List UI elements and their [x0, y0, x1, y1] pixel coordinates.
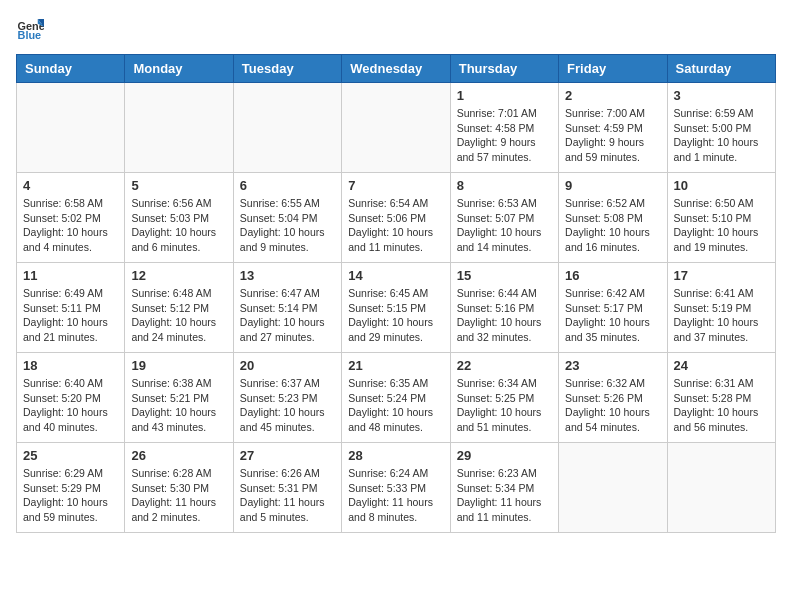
calendar-cell: 13Sunrise: 6:47 AMSunset: 5:14 PMDayligh… [233, 263, 341, 353]
calendar-cell: 5Sunrise: 6:56 AMSunset: 5:03 PMDaylight… [125, 173, 233, 263]
calendar-cell: 24Sunrise: 6:31 AMSunset: 5:28 PMDayligh… [667, 353, 775, 443]
day-info: Sunrise: 6:45 AMSunset: 5:15 PMDaylight:… [348, 286, 443, 345]
day-info: Sunrise: 6:28 AMSunset: 5:30 PMDaylight:… [131, 466, 226, 525]
day-info: Sunrise: 6:29 AMSunset: 5:29 PMDaylight:… [23, 466, 118, 525]
day-info: Sunrise: 6:35 AMSunset: 5:24 PMDaylight:… [348, 376, 443, 435]
calendar-cell [342, 83, 450, 173]
calendar-cell: 6Sunrise: 6:55 AMSunset: 5:04 PMDaylight… [233, 173, 341, 263]
calendar-cell: 20Sunrise: 6:37 AMSunset: 5:23 PMDayligh… [233, 353, 341, 443]
day-info: Sunrise: 6:49 AMSunset: 5:11 PMDaylight:… [23, 286, 118, 345]
day-number: 17 [674, 268, 769, 283]
day-number: 19 [131, 358, 226, 373]
calendar-cell: 28Sunrise: 6:24 AMSunset: 5:33 PMDayligh… [342, 443, 450, 533]
calendar-cell: 7Sunrise: 6:54 AMSunset: 5:06 PMDaylight… [342, 173, 450, 263]
calendar-cell [667, 443, 775, 533]
column-header-wednesday: Wednesday [342, 55, 450, 83]
day-info: Sunrise: 6:40 AMSunset: 5:20 PMDaylight:… [23, 376, 118, 435]
day-info: Sunrise: 6:47 AMSunset: 5:14 PMDaylight:… [240, 286, 335, 345]
header: General Blue [16, 16, 776, 44]
calendar-cell: 16Sunrise: 6:42 AMSunset: 5:17 PMDayligh… [559, 263, 667, 353]
day-info: Sunrise: 6:56 AMSunset: 5:03 PMDaylight:… [131, 196, 226, 255]
calendar-cell: 25Sunrise: 6:29 AMSunset: 5:29 PMDayligh… [17, 443, 125, 533]
day-number: 29 [457, 448, 552, 463]
calendar-cell: 8Sunrise: 6:53 AMSunset: 5:07 PMDaylight… [450, 173, 558, 263]
calendar-cell: 4Sunrise: 6:58 AMSunset: 5:02 PMDaylight… [17, 173, 125, 263]
calendar-week-1: 1Sunrise: 7:01 AMSunset: 4:58 PMDaylight… [17, 83, 776, 173]
day-number: 4 [23, 178, 118, 193]
calendar-cell: 2Sunrise: 7:00 AMSunset: 4:59 PMDaylight… [559, 83, 667, 173]
day-info: Sunrise: 6:59 AMSunset: 5:00 PMDaylight:… [674, 106, 769, 165]
day-info: Sunrise: 6:55 AMSunset: 5:04 PMDaylight:… [240, 196, 335, 255]
day-number: 27 [240, 448, 335, 463]
calendar-cell: 3Sunrise: 6:59 AMSunset: 5:00 PMDaylight… [667, 83, 775, 173]
calendar-cell: 1Sunrise: 7:01 AMSunset: 4:58 PMDaylight… [450, 83, 558, 173]
day-number: 2 [565, 88, 660, 103]
calendar-cell [125, 83, 233, 173]
day-info: Sunrise: 6:53 AMSunset: 5:07 PMDaylight:… [457, 196, 552, 255]
column-header-thursday: Thursday [450, 55, 558, 83]
day-number: 1 [457, 88, 552, 103]
calendar-week-5: 25Sunrise: 6:29 AMSunset: 5:29 PMDayligh… [17, 443, 776, 533]
calendar-cell: 19Sunrise: 6:38 AMSunset: 5:21 PMDayligh… [125, 353, 233, 443]
day-number: 3 [674, 88, 769, 103]
calendar-table: SundayMondayTuesdayWednesdayThursdayFrid… [16, 54, 776, 533]
calendar-cell: 15Sunrise: 6:44 AMSunset: 5:16 PMDayligh… [450, 263, 558, 353]
calendar-cell: 10Sunrise: 6:50 AMSunset: 5:10 PMDayligh… [667, 173, 775, 263]
day-info: Sunrise: 6:38 AMSunset: 5:21 PMDaylight:… [131, 376, 226, 435]
column-header-tuesday: Tuesday [233, 55, 341, 83]
column-header-saturday: Saturday [667, 55, 775, 83]
day-number: 12 [131, 268, 226, 283]
calendar-cell: 9Sunrise: 6:52 AMSunset: 5:08 PMDaylight… [559, 173, 667, 263]
day-info: Sunrise: 6:26 AMSunset: 5:31 PMDaylight:… [240, 466, 335, 525]
column-header-friday: Friday [559, 55, 667, 83]
day-number: 13 [240, 268, 335, 283]
calendar-cell [559, 443, 667, 533]
day-number: 11 [23, 268, 118, 283]
day-info: Sunrise: 7:01 AMSunset: 4:58 PMDaylight:… [457, 106, 552, 165]
day-info: Sunrise: 6:41 AMSunset: 5:19 PMDaylight:… [674, 286, 769, 345]
calendar-cell: 23Sunrise: 6:32 AMSunset: 5:26 PMDayligh… [559, 353, 667, 443]
day-info: Sunrise: 6:44 AMSunset: 5:16 PMDaylight:… [457, 286, 552, 345]
calendar-body: 1Sunrise: 7:01 AMSunset: 4:58 PMDaylight… [17, 83, 776, 533]
day-number: 23 [565, 358, 660, 373]
calendar-cell: 21Sunrise: 6:35 AMSunset: 5:24 PMDayligh… [342, 353, 450, 443]
calendar-cell: 27Sunrise: 6:26 AMSunset: 5:31 PMDayligh… [233, 443, 341, 533]
day-info: Sunrise: 6:31 AMSunset: 5:28 PMDaylight:… [674, 376, 769, 435]
day-number: 18 [23, 358, 118, 373]
calendar-cell: 17Sunrise: 6:41 AMSunset: 5:19 PMDayligh… [667, 263, 775, 353]
day-info: Sunrise: 6:58 AMSunset: 5:02 PMDaylight:… [23, 196, 118, 255]
day-number: 24 [674, 358, 769, 373]
day-number: 5 [131, 178, 226, 193]
calendar-cell [17, 83, 125, 173]
day-info: Sunrise: 6:52 AMSunset: 5:08 PMDaylight:… [565, 196, 660, 255]
day-info: Sunrise: 6:42 AMSunset: 5:17 PMDaylight:… [565, 286, 660, 345]
day-number: 16 [565, 268, 660, 283]
column-header-sunday: Sunday [17, 55, 125, 83]
day-info: Sunrise: 6:54 AMSunset: 5:06 PMDaylight:… [348, 196, 443, 255]
logo-icon: General Blue [16, 16, 44, 44]
day-info: Sunrise: 6:50 AMSunset: 5:10 PMDaylight:… [674, 196, 769, 255]
calendar-header-row: SundayMondayTuesdayWednesdayThursdayFrid… [17, 55, 776, 83]
day-number: 7 [348, 178, 443, 193]
day-number: 8 [457, 178, 552, 193]
calendar-cell: 18Sunrise: 6:40 AMSunset: 5:20 PMDayligh… [17, 353, 125, 443]
day-number: 9 [565, 178, 660, 193]
day-number: 20 [240, 358, 335, 373]
day-info: Sunrise: 6:48 AMSunset: 5:12 PMDaylight:… [131, 286, 226, 345]
day-number: 15 [457, 268, 552, 283]
day-number: 26 [131, 448, 226, 463]
day-number: 22 [457, 358, 552, 373]
calendar-cell: 29Sunrise: 6:23 AMSunset: 5:34 PMDayligh… [450, 443, 558, 533]
calendar-cell: 12Sunrise: 6:48 AMSunset: 5:12 PMDayligh… [125, 263, 233, 353]
day-info: Sunrise: 6:37 AMSunset: 5:23 PMDaylight:… [240, 376, 335, 435]
calendar-cell: 22Sunrise: 6:34 AMSunset: 5:25 PMDayligh… [450, 353, 558, 443]
day-number: 10 [674, 178, 769, 193]
svg-text:Blue: Blue [18, 29, 42, 41]
day-number: 14 [348, 268, 443, 283]
day-number: 21 [348, 358, 443, 373]
day-number: 6 [240, 178, 335, 193]
day-number: 28 [348, 448, 443, 463]
day-info: Sunrise: 6:34 AMSunset: 5:25 PMDaylight:… [457, 376, 552, 435]
day-number: 25 [23, 448, 118, 463]
day-info: Sunrise: 7:00 AMSunset: 4:59 PMDaylight:… [565, 106, 660, 165]
